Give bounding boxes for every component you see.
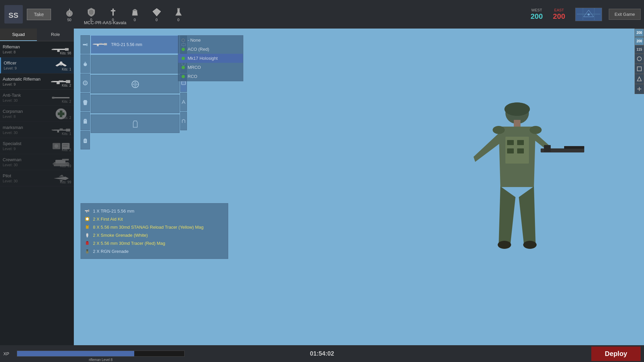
kit-item-pilot[interactable]: Pilot Level: 30 Kits: 99: [0, 170, 74, 186]
right-bar-115[interactable]: 115: [635, 45, 644, 54]
svg-rect-29: [51, 81, 53, 82]
kit-item-officer[interactable]: Officer Level: 9 Kits: 1: [0, 57, 74, 74]
svg-point-87: [87, 236, 88, 237]
kit-item-marksman[interactable]: marksman Level: 30 Kits: 1: [0, 122, 74, 138]
tab-role[interactable]: Role: [37, 29, 74, 41]
right-bar-btn2[interactable]: [635, 64, 644, 74]
kit-item-anti-tank[interactable]: Anti-Tank Level: 30 Kits: 2: [0, 90, 74, 106]
kit-name-specialist: Specialist: [3, 141, 51, 146]
attachment-slot-5[interactable]: [180, 112, 187, 130]
inv-text-2: 8 X 5.56 mm 30md STANAG Reload Tracer (Y…: [93, 225, 203, 230]
svg-rect-78: [88, 210, 89, 212]
attachment-slot-4[interactable]: [180, 93, 187, 111]
optic-mk17[interactable]: Mk17 Holosight: [178, 54, 243, 63]
inv-text-4: 2 X 5.56 mm 30md Tracer (Red) Mag: [93, 241, 165, 246]
shield-icon: [86, 7, 96, 17]
main-content: TRG-21 5.56 mm: [74, 29, 635, 345]
svg-rect-52: [86, 43, 88, 46]
kit-name-rifleman: Rifleman: [3, 44, 51, 49]
faction-logo: SS: [3, 4, 23, 25]
svg-rect-58: [84, 120, 86, 121]
optic-category-icon[interactable]: [81, 74, 90, 92]
right-bar-200-mid[interactable]: 200: [635, 37, 644, 45]
svg-rect-99: [544, 145, 551, 152]
tab-squad[interactable]: Squad: [0, 29, 37, 41]
soldier-svg: [447, 70, 588, 305]
grenade-category-icon[interactable]: [81, 54, 90, 73]
bucket-icon: [130, 7, 140, 17]
inv-gun-icon: [84, 208, 90, 214]
svg-rect-30: [59, 80, 63, 81]
svg-rect-105: [507, 148, 514, 153]
svg-marker-3: [69, 8, 70, 11]
kit-kits-pilot: Kits: 99: [60, 180, 71, 184]
inv-item-3: 2 X Smoke Grenade (White): [84, 231, 225, 239]
optic-rco[interactable]: RCO: [178, 72, 243, 81]
optics-slot[interactable]: [91, 75, 180, 93]
diamond-icon: [152, 7, 162, 17]
svg-marker-18: [637, 77, 641, 81]
svg-rect-24: [52, 49, 54, 50]
flask-icon-group: 0: [174, 7, 184, 22]
diamond-value: 0: [156, 18, 158, 22]
medal-value: 50: [67, 18, 71, 22]
svg-rect-85: [86, 233, 88, 236]
kit-item-specialist[interactable]: Specialist Level: 9 Kits: 2: [0, 138, 74, 154]
svg-rect-62: [104, 43, 107, 45]
optics-dropdown: - None ACO (Red) Mk17 Holosight MRCO RCO: [178, 35, 243, 81]
svg-rect-38: [57, 130, 59, 132]
svg-text:SS: SS: [8, 11, 18, 19]
kit-name-auto-rifleman: Automatic Rifleman: [3, 77, 51, 82]
svg-rect-63: [97, 45, 99, 46]
primary-weapon-slot[interactable]: TRG-21 5.56 mm: [91, 35, 180, 54]
optic-aco[interactable]: ACO (Red): [178, 45, 243, 54]
svg-rect-103: [507, 140, 514, 145]
score-area: WEST 200 EAST 200: [531, 8, 602, 21]
optic-none[interactable]: - None: [178, 36, 243, 45]
kit-item-corpsman[interactable]: Corpsman Level: 8 Kits: 2: [0, 106, 74, 122]
kit-level-officer: Level: 9: [4, 66, 51, 70]
weapon-category-icon[interactable]: [81, 35, 90, 54]
kit-level-crewman: Level: 30: [3, 163, 51, 167]
inv-item-5: 2 X RGN Grenade: [84, 247, 225, 255]
right-bar-btn4[interactable]: [635, 84, 644, 94]
svg-rect-104: [517, 140, 524, 145]
slot4[interactable]: [91, 95, 180, 113]
loadout-category-icons: [81, 35, 90, 149]
kit-item-crewman[interactable]: Crewman Level: 30 Kits: 99: [0, 154, 74, 170]
slot5[interactable]: [91, 115, 180, 133]
right-bar-btn1[interactable]: [635, 54, 644, 64]
optic-aco-dot: [182, 48, 185, 51]
kit-name-crewman: Crewman: [3, 157, 51, 162]
secondary-weapon-slot[interactable]: [91, 55, 180, 74]
svg-rect-92: [86, 250, 88, 250]
svg-rect-9: [177, 8, 180, 9]
inv-mag-red-icon: [84, 240, 90, 246]
inv-medkit-icon: [84, 216, 90, 222]
right-bar-btn3[interactable]: [635, 74, 644, 84]
optic-rco-dot: [182, 75, 185, 78]
right-bar-200-top[interactable]: 200: [635, 29, 644, 37]
flask-value: 0: [178, 18, 180, 22]
map-name: MCC-PR-AAS-Kavala: [84, 20, 126, 25]
backpack-category-icon[interactable]: [81, 131, 90, 149]
svg-rect-23: [57, 50, 59, 52]
optic-mrco[interactable]: MRCO: [178, 63, 243, 72]
soldier-area: [416, 29, 618, 345]
uniform-category-icon[interactable]: [81, 93, 90, 111]
inv-item-4: 2 X 5.56 mm 30md Tracer (Red) Mag: [84, 239, 225, 247]
svg-rect-98: [564, 146, 584, 149]
inv-text-0: 1 X TRG-21 5.56 mm: [93, 209, 134, 214]
svg-rect-35: [58, 112, 64, 115]
kit-level-anti-tank: Level: 30: [3, 98, 51, 102]
exit-button[interactable]: Exit Game: [609, 9, 641, 20]
kit-item-auto-rifleman[interactable]: Automatic Rifleman Level: 9 Kits: 2: [0, 74, 74, 90]
vest-category-icon[interactable]: [81, 112, 90, 130]
kit-item-rifleman[interactable]: Rifleman Level: 8 Kits: 98: [0, 41, 74, 57]
inv-grenade-icon: [84, 248, 90, 254]
deploy-button[interactable]: Deploy: [591, 347, 641, 361]
take-button[interactable]: Take: [27, 9, 51, 20]
kit-level-auto-rifleman: Level: 9: [3, 82, 51, 86]
kit-level-rifleman: Level: 8: [3, 50, 51, 54]
svg-rect-45: [63, 146, 67, 147]
